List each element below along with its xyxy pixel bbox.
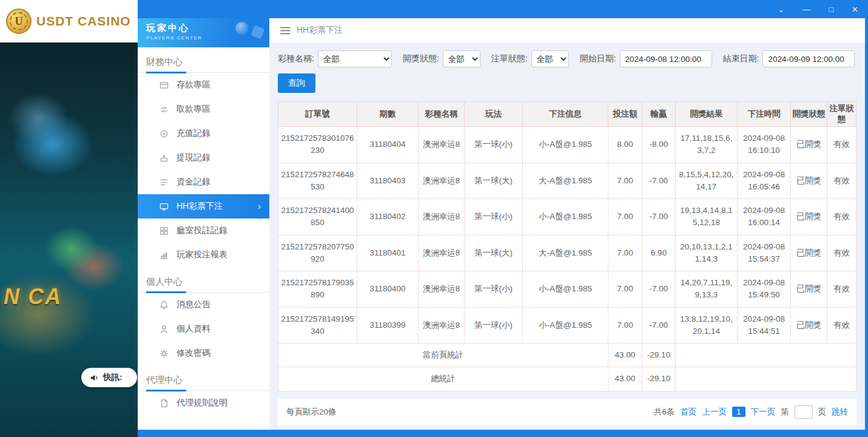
sidebar-item-label: 存款專區 (177, 80, 210, 90)
col-draw-status: 開獎狀態 (791, 102, 827, 127)
col-result: 開獎結果 (676, 102, 738, 127)
col-bet-info: 下注信息 (523, 102, 608, 127)
end-date-input[interactable] (762, 50, 855, 67)
cell-lottery: 澳洲幸运8 (419, 127, 465, 163)
cell-lottery: 澳洲幸运8 (419, 163, 465, 199)
cell-bet-info: 小-A盤@1.985 (523, 199, 608, 235)
cash-out-icon (160, 154, 169, 163)
sidebar-item-player-bet-report[interactable]: 玩家投注報表 (138, 243, 269, 267)
summary-empty (676, 344, 856, 367)
table-row: 2152172578274648530 31180403 澳洲幸运8 第一球(大… (278, 163, 856, 199)
col-lottery: 彩種名稱 (419, 102, 465, 127)
end-date-label: 結束日期: (723, 53, 759, 64)
hamburger-menu-icon[interactable] (280, 26, 291, 35)
table-row: 2152172578301076230 31180404 澳洲幸运8 第一球(小… (278, 127, 856, 163)
cell-order-status: 有效 (827, 307, 856, 344)
cell-amount: 7.00 (608, 307, 642, 344)
filter-bar: 彩種名稱: 全部 開獎狀態: 全部 注單狀態: 全部 (278, 50, 856, 67)
sidebar-item-withdraw-record[interactable]: 提現記錄 (138, 146, 269, 170)
window-minimize-icon[interactable]: — (802, 5, 810, 13)
sidebar-item-label: 資金記錄 (177, 177, 210, 188)
col-order-status: 注單狀態 (827, 102, 856, 127)
billiard-icon (235, 22, 249, 35)
cell-amount: 7.00 (608, 235, 642, 271)
col-period: 期數 (357, 102, 419, 127)
prev-page-link[interactable]: 上一页 (702, 407, 727, 418)
sidebar-item-deposit[interactable]: 存款專區 (138, 73, 269, 97)
cell-order-status: 有效 (827, 235, 856, 271)
window-dropdown-icon[interactable]: ⌄ (778, 5, 784, 13)
cell-bet-time: 2024-09-08 16:00:14 (738, 199, 791, 235)
cell-lottery: 澳洲幸运8 (419, 235, 465, 271)
order-status-filter-select[interactable]: 全部 (531, 50, 569, 67)
search-button[interactable]: 查詢 (278, 73, 315, 93)
sidebar-item-recharge-record[interactable]: 充值記錄 (138, 121, 269, 146)
sidebar-item-label: 玩家投注報表 (177, 249, 227, 260)
first-page-link[interactable]: 首页 (680, 407, 696, 418)
lottery-filter-select[interactable]: 全部 (318, 50, 392, 67)
cell-period: 31180399 (357, 307, 419, 344)
window-maximize-icon[interactable]: □ (829, 5, 833, 13)
cell-draw-status: 已開獎 (791, 307, 827, 344)
sidebar-item-room-bet-record[interactable]: 廳室投註記錄 (138, 218, 269, 243)
cell-lottery: 澳洲幸运8 (419, 271, 465, 308)
cell-amount: 7.00 (608, 163, 642, 199)
cell-period: 31180400 (357, 271, 419, 308)
sidebar-item-label: 消息公告 (177, 299, 210, 310)
sidebar-item-hh-lottery-bets[interactable]: HH彩票下注 › (138, 194, 269, 218)
sidebar-item-label: 修改密碼 (177, 348, 210, 359)
cell-bet-info: 小-A盤@1.985 (523, 127, 608, 163)
sidebar-item-fund-record[interactable]: 資金記錄 (138, 170, 269, 194)
col-amount: 投注額 (608, 102, 642, 127)
sidebar-item-label: HH彩票下注 (177, 201, 223, 212)
sidebar-item-profile[interactable]: 個人資料 (138, 317, 269, 341)
table-row: 2152172578149195340 31180399 澳洲幸运8 第一球(小… (278, 307, 856, 344)
summary-label: 當前頁統計 (278, 344, 608, 367)
cell-bet-time: 2024-09-08 15:49:50 (738, 271, 791, 308)
window-close-icon[interactable]: ✕ (852, 5, 858, 13)
table-header-row: 訂單號 期數 彩種名稱 玩法 下注信息 投注額 輸贏 開獎結果 下注時間 開 (278, 102, 856, 127)
col-order-id: 訂單號 (278, 102, 357, 127)
news-ticker-button[interactable]: 快訊: (81, 368, 137, 387)
cell-bet-info: 大-A盤@1.985 (523, 163, 608, 199)
cell-period: 31180401 (357, 235, 419, 271)
content: 彩種名稱: 全部 開獎狀態: 全部 注單狀態: 全部 (269, 42, 865, 430)
section-divider (138, 72, 269, 73)
page-summary-row: 當前頁統計 43.00 -29.10 (278, 344, 856, 367)
cell-bet-info: 大-A盤@1.985 (523, 235, 608, 271)
cell-period: 31180402 (357, 199, 419, 235)
speaker-icon (90, 373, 99, 382)
cell-draw-status: 已開獎 (791, 127, 827, 163)
chevron-right-icon: › (258, 202, 261, 211)
jump-suffix-label: 页 (818, 407, 827, 418)
draw-status-filter-select[interactable]: 全部 (443, 50, 480, 67)
sidebar-item-withdraw[interactable]: 取款專區 (138, 97, 269, 121)
summary-winloss: -29.10 (642, 367, 676, 391)
sidebar-item-change-password[interactable]: 修改密碼 (138, 341, 269, 365)
table-row: 2152172578179035890 31180400 澳洲幸运8 第一球(小… (278, 271, 856, 308)
sidebar-item-label: 代理規則說明 (177, 398, 227, 408)
screen: N CA U USDT CASINO 快訊: ⌄ — □ ✕ 玩家中心 PLAY… (0, 0, 868, 437)
summary-empty (676, 367, 856, 391)
start-date-label: 開始日期: (580, 53, 616, 64)
current-page[interactable]: 1 (732, 407, 745, 417)
cell-order-status: 有效 (827, 199, 856, 235)
pagination-bar: 每頁顯示20條 共6条 首页 上一页 1 下一页 第 页 跳转 (278, 399, 856, 425)
jump-page-input[interactable] (795, 405, 813, 419)
bets-table: 訂單號 期數 彩種名稱 玩法 下注信息 投注額 輸贏 開獎結果 下注時間 開 (278, 101, 856, 391)
sidebar-item-agent-rules[interactable]: 代理規則說明 (138, 391, 269, 415)
sidebar-item-announcements[interactable]: 消息公告 (138, 293, 269, 317)
cell-bet-time: 2024-09-08 15:44:51 (738, 307, 791, 344)
cell-period: 31180404 (357, 127, 419, 163)
sidebar-item-label: 取款專區 (177, 104, 210, 115)
app-window: ⌄ — □ ✕ 玩家中心 PLAYERS CENTER 財務中心 存款專區 (138, 0, 868, 437)
person-icon (160, 325, 169, 334)
sidebar-header-subtitle: PLAYERS CENTER (146, 35, 261, 41)
next-page-link[interactable]: 下一页 (751, 407, 776, 418)
cell-bet-info: 小-A盤@1.985 (523, 307, 608, 344)
brand-logo: U USDT CASINO (0, 0, 138, 42)
start-date-input[interactable] (620, 50, 712, 67)
sidebar-item-label: 廳室投註記錄 (177, 225, 227, 236)
exchange-icon (160, 105, 169, 114)
jump-button[interactable]: 跳转 (832, 407, 848, 418)
